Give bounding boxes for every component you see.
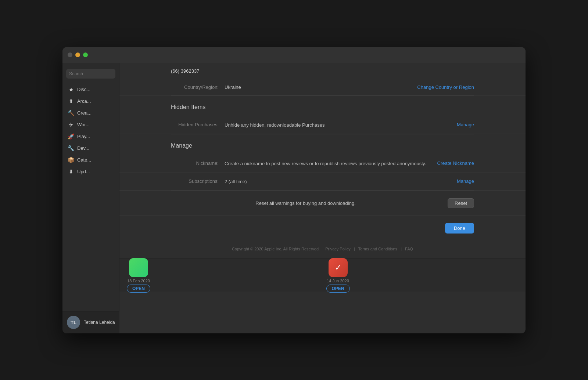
manage-section: Manage	[119, 134, 526, 149]
purchases-label: Hidden Purchases:	[171, 122, 219, 127]
avatar: TL	[67, 316, 80, 329]
updates-icon: ⬇	[68, 169, 74, 175]
sep1: |	[354, 247, 356, 251]
titlebar	[62, 47, 526, 63]
user-profile[interactable]: TL Tetiana Leheida	[62, 311, 119, 333]
sidebar: ★ Disc... ⬆ Arca... 🔨 Crea... ✈ Wor... 🚀…	[62, 63, 119, 333]
categories-icon: 📦	[68, 157, 74, 163]
create-nickname-link[interactable]: Create Nickname	[437, 160, 474, 166]
country-value: Ukraine	[225, 84, 417, 90]
terms-conditions-link[interactable]: Terms and Conditions	[358, 247, 397, 251]
change-country-link[interactable]: Change Country or Region	[417, 84, 474, 90]
hidden-items-title: Hidden Items	[171, 104, 474, 111]
app-item-1: 18 Feb 2020 OPEN	[127, 258, 150, 293]
user-name: Tetiana Leheida	[84, 320, 115, 325]
work-icon: ✈	[68, 122, 74, 128]
nickname-row: Nickname: Create a nickname to post new …	[119, 155, 526, 173]
traffic-lights	[68, 53, 88, 57]
manage-title: Manage	[171, 142, 474, 149]
privacy-policy-link[interactable]: Privacy Policy	[325, 247, 350, 251]
sidebar-item-label: Cate...	[77, 157, 91, 163]
sidebar-item-label: Crea...	[77, 110, 92, 116]
sidebar-item-develop[interactable]: 🔧 Dev...	[62, 142, 119, 154]
sidebar-item-create[interactable]: 🔨 Crea...	[62, 107, 119, 119]
discover-icon: ★	[68, 86, 74, 93]
sidebar-item-label: Arca...	[77, 98, 91, 104]
sep2: |	[401, 247, 403, 251]
open-button-1[interactable]: OPEN	[127, 285, 150, 293]
app-icon-red: ✓	[329, 258, 348, 277]
sidebar-item-work[interactable]: ✈ Wor...	[62, 119, 119, 131]
sidebar-item-label: Play...	[77, 134, 90, 139]
footer: Copyright © 2020 Apple Inc. All Rights R…	[119, 240, 526, 258]
maximize-button[interactable]	[83, 53, 88, 57]
arcade-icon: ⬆	[68, 98, 74, 105]
sidebar-item-discover[interactable]: ★ Disc...	[62, 84, 119, 95]
sidebar-item-arcade[interactable]: ⬆ Arca...	[62, 95, 119, 107]
sidebar-item-label: Upd...	[77, 169, 90, 174]
country-label: Country/Region:	[171, 84, 219, 90]
done-row: Done	[119, 216, 526, 240]
open-button-2[interactable]: OPEN	[326, 285, 350, 293]
app-item-2: ✓ 14 Jun 2020 OPEN	[326, 258, 350, 293]
sidebar-item-label: Disc...	[77, 87, 90, 92]
play-icon: 🚀	[68, 133, 74, 140]
subscriptions-row: Subscriptions: 2 (all time) Manage	[119, 173, 526, 191]
sidebar-item-label: Dev...	[77, 145, 89, 151]
faq-link[interactable]: FAQ	[405, 247, 413, 251]
sidebar-item-categories[interactable]: 📦 Cate...	[62, 154, 119, 166]
app-icon-green	[129, 258, 148, 277]
country-row: Country/Region: Ukraine Change Country o…	[119, 79, 526, 95]
bottom-app-strip: 18 Feb 2020 OPEN ✓ 14 Jun 2020 OPEN	[119, 258, 526, 292]
app-date-1: 18 Feb 2020	[127, 279, 150, 283]
manage-hidden-link[interactable]: Manage	[457, 122, 474, 127]
sidebar-item-updates[interactable]: ⬇ Upd...	[62, 166, 119, 178]
phone-value: (66) 3962337	[171, 68, 199, 74]
subscriptions-label: Subscriptions:	[171, 178, 219, 184]
reset-text: Reset all warnings for buying and downlo…	[171, 200, 440, 206]
reset-button[interactable]: Reset	[448, 198, 474, 208]
create-icon: 🔨	[68, 110, 74, 116]
develop-icon: 🔧	[68, 145, 74, 152]
minimize-button[interactable]	[75, 53, 80, 57]
phone-row: (66) 3962337	[119, 63, 526, 79]
copyright-text: Copyright © 2020 Apple Inc. All Rights R…	[232, 247, 320, 251]
purchases-value: Unhide any hidden, redownloadable Purcha…	[225, 122, 457, 129]
sidebar-item-play[interactable]: 🚀 Play...	[62, 131, 119, 142]
search-bar[interactable]	[66, 69, 115, 79]
reset-row: Reset all warnings for buying and downlo…	[119, 191, 526, 216]
hidden-purchases-row: Hidden Purchases: Unhide any hidden, red…	[119, 116, 526, 134]
nickname-label: Nickname:	[171, 160, 219, 166]
close-button[interactable]	[68, 53, 72, 57]
app-date-2: 14 Jun 2020	[327, 279, 349, 283]
subscriptions-value: 2 (all time)	[225, 178, 457, 185]
done-button[interactable]: Done	[445, 223, 474, 234]
main-content: (66) 3962337 Country/Region: Ukraine Cha…	[119, 63, 526, 333]
manage-subscriptions-link[interactable]: Manage	[457, 178, 474, 184]
search-input[interactable]	[69, 71, 112, 76]
hidden-items-section: Hidden Items	[119, 96, 526, 111]
nickname-value: Create a nickname to post new reviews or…	[225, 160, 437, 167]
sidebar-item-label: Wor...	[77, 122, 90, 127]
